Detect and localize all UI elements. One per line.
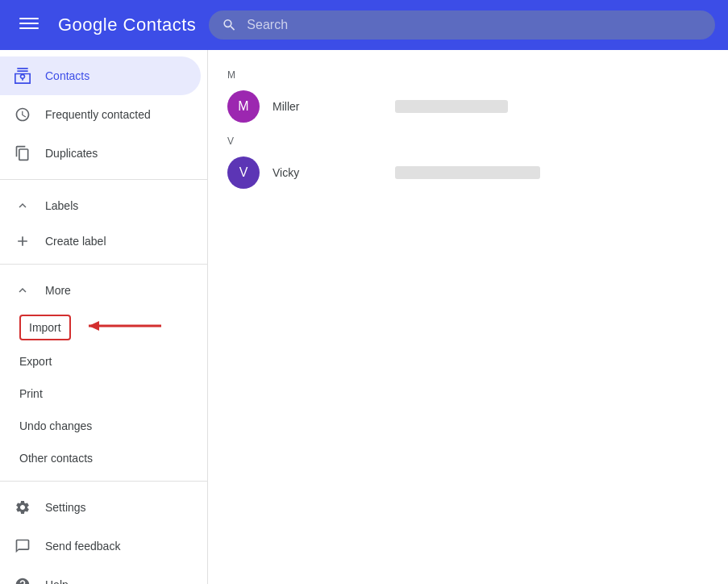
sidebar-item-send-feedback[interactable]: Send feedback bbox=[0, 527, 201, 565]
search-input[interactable] bbox=[247, 18, 702, 32]
import-button[interactable]: Import bbox=[19, 315, 71, 340]
contact-group-m: M M Miller bbox=[208, 63, 728, 129]
chevron-up-icon bbox=[13, 198, 32, 213]
sidebar-labels-header[interactable]: Labels bbox=[0, 186, 207, 225]
search-bar[interactable] bbox=[209, 10, 715, 40]
sidebar-create-label[interactable]: Create label bbox=[0, 225, 201, 257]
contact-avatar-vicky: V bbox=[227, 156, 260, 189]
sidebar-item-settings[interactable]: Settings bbox=[0, 488, 201, 527]
sidebar-item-frequently-contacted[interactable]: Frequently contacted bbox=[0, 95, 201, 134]
sidebar-more-header[interactable]: More bbox=[0, 271, 207, 310]
svg-marker-4 bbox=[89, 321, 99, 331]
export-label: Export bbox=[19, 355, 52, 368]
red-arrow-annotation bbox=[85, 316, 165, 339]
send-feedback-label: Send feedback bbox=[45, 540, 120, 553]
more-section-label: More bbox=[45, 284, 71, 297]
duplicates-icon bbox=[13, 145, 32, 161]
divider-3 bbox=[0, 481, 207, 482]
labels-section-label: Labels bbox=[45, 199, 78, 212]
sidebar-item-contacts[interactable]: Contacts bbox=[0, 56, 201, 95]
svg-rect-2 bbox=[19, 27, 39, 29]
sidebar-item-export[interactable]: Export bbox=[0, 345, 201, 378]
svg-rect-0 bbox=[19, 18, 39, 19]
other-contacts-label: Other contacts bbox=[19, 452, 93, 465]
sidebar-item-undo-changes[interactable]: Undo changes bbox=[0, 410, 201, 442]
undo-changes-label: Undo changes bbox=[19, 419, 92, 432]
sidebar: Contacts Frequently contacted Duplicates… bbox=[0, 50, 208, 584]
feedback-icon bbox=[13, 538, 32, 554]
chevron-up-more-icon bbox=[13, 283, 32, 298]
contact-email-vicky-blur bbox=[395, 166, 540, 179]
print-label: Print bbox=[19, 387, 43, 400]
sidebar-contacts-label: Contacts bbox=[45, 69, 89, 82]
add-icon bbox=[13, 233, 32, 249]
divider-1 bbox=[0, 179, 207, 180]
create-label-text: Create label bbox=[45, 235, 106, 248]
main-layout: Contacts Frequently contacted Duplicates… bbox=[0, 50, 728, 584]
contacts-main: M M Miller V V Vicky bbox=[208, 50, 728, 584]
contact-group-v: V V Vicky bbox=[208, 129, 728, 195]
divider-2 bbox=[0, 264, 207, 265]
contacts-icon bbox=[13, 68, 32, 84]
contact-row-miller[interactable]: M Miller bbox=[208, 84, 728, 129]
app-logo: Google Contacts bbox=[58, 15, 196, 35]
contact-email-miller-blur bbox=[395, 100, 508, 113]
import-row: Import bbox=[0, 311, 207, 344]
search-icon bbox=[222, 17, 237, 33]
settings-icon bbox=[13, 499, 32, 515]
sidebar-item-print[interactable]: Print bbox=[0, 378, 201, 410]
help-icon bbox=[13, 577, 32, 584]
contact-name-vicky: Vicky bbox=[272, 166, 369, 179]
sidebar-item-help[interactable]: Help bbox=[0, 565, 201, 584]
help-label: Help bbox=[45, 578, 69, 584]
settings-label: Settings bbox=[45, 501, 86, 514]
header: Google Contacts bbox=[0, 0, 728, 50]
contact-row-vicky[interactable]: V Vicky bbox=[208, 150, 728, 195]
contact-name-miller: Miller bbox=[272, 100, 369, 113]
svg-rect-1 bbox=[19, 23, 39, 24]
group-letter-v: V bbox=[208, 129, 728, 150]
menu-icon[interactable] bbox=[13, 7, 45, 44]
sidebar-frequently-contacted-label: Frequently contacted bbox=[45, 108, 151, 121]
sidebar-item-other-contacts[interactable]: Other contacts bbox=[0, 442, 201, 474]
sidebar-item-duplicates[interactable]: Duplicates bbox=[0, 134, 201, 173]
frequently-contacted-icon bbox=[13, 106, 32, 123]
contact-avatar-miller: M bbox=[227, 90, 260, 123]
group-letter-m: M bbox=[208, 63, 728, 84]
sidebar-duplicates-label: Duplicates bbox=[45, 147, 98, 160]
